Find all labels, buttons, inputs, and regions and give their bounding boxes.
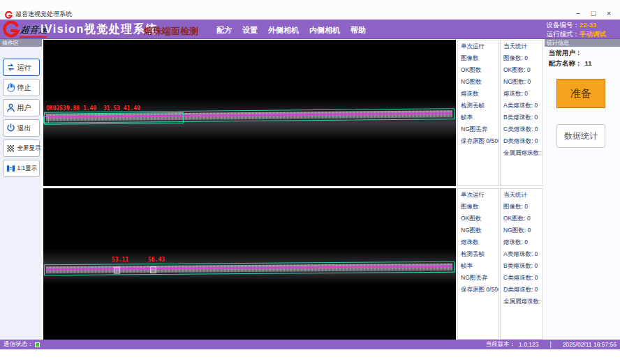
main-menu: 配方设置外侧相机内侧相机帮助: [216, 25, 366, 36]
stats-row: NG图数: 0: [503, 76, 542, 88]
app-title: IVision视觉处理系统: [40, 22, 158, 37]
stats-row: 图像数: [461, 201, 499, 213]
stats-row: 保存原图 0/500: [461, 284, 499, 296]
stats-row: D类熔珠数: 0: [503, 284, 542, 296]
stats-row: 图像数: [461, 52, 499, 64]
stats-row: OK图数: [461, 213, 499, 225]
stats-row: OK图数: [461, 64, 499, 76]
menu-item-recipe[interactable]: 配方: [216, 25, 232, 36]
stats-row: 熔珠数: 0: [503, 236, 542, 248]
app-subtitle: 熔珠端面检测: [144, 25, 198, 38]
sidebar-button-label: 停止: [17, 83, 31, 93]
recipe-name-row: 配方名称：11: [545, 57, 620, 68]
stats-column-title: 当天统计: [503, 43, 542, 51]
sidebar-button-stop[interactable]: 停止: [3, 79, 40, 96]
sidebar-button-exit[interactable]: 退出: [3, 119, 40, 137]
minimize-button[interactable]: −: [571, 8, 585, 19]
datetime: 2025/02/11 16:57:56: [563, 341, 617, 348]
version-label: 当前版本：: [486, 340, 516, 349]
hand-icon: [6, 82, 16, 93]
sidebar-title: 操作区: [0, 39, 42, 47]
stats-row: 帧率: [461, 260, 499, 272]
sidebar-button-label: 用户: [17, 103, 31, 113]
menu-item-settings[interactable]: 设置: [242, 25, 258, 36]
stats-row: C类熔珠数: 0: [503, 123, 542, 135]
stats-row: 检测丢帧: [461, 100, 499, 112]
inner-camera-view: 53.11 56.43: [43, 188, 456, 340]
detection-box: [44, 112, 184, 125]
close-button[interactable]: ×: [602, 8, 616, 19]
stats-row: 金属屑熔珠数: 0: [503, 147, 542, 159]
device-number-label: 设备编号：: [547, 20, 580, 29]
info-panel: 统计信息 当前用户： 配方名称：11 准备 数据统计: [545, 39, 620, 340]
menu-item-help[interactable]: 帮助: [350, 25, 366, 36]
restore-button[interactable]: □: [586, 8, 600, 19]
device-number-row: 设备编号： 22-33: [547, 20, 617, 29]
stats-row: 图像数: 0: [503, 52, 542, 64]
stats-row: D类熔珠数: 0: [503, 135, 542, 147]
comm-status-label: 通信状态：: [3, 340, 34, 349]
power-icon: [6, 123, 16, 133]
window-title: 超音速视觉处理系统: [15, 10, 72, 19]
stats-column-today: 当天统计图像数: 0OK图数: 0NG图数: 0熔珠数: 0A类熔珠数: 0B类…: [500, 40, 543, 186]
stats-section-1: 单次运行图像数OK图数NG图数熔珠数检测丢帧帧率NG图丢弃保存原图 0/500当…: [457, 40, 543, 186]
stats-row: NG图丢弃: [461, 123, 499, 135]
stats-row: 金属屑熔珠数: 0: [503, 296, 542, 308]
checker-grid-icon: [6, 143, 16, 153]
stats-row: 熔珠数: [461, 88, 499, 100]
stats-row: 熔珠数: 0: [503, 88, 542, 100]
run-mode-label: 运行模式：: [547, 29, 580, 38]
defect-box: [114, 266, 120, 273]
menu-item-inner-camera[interactable]: 内侧相机: [309, 25, 340, 36]
window-titlebar: 超音速视觉处理系统 − □ ×: [0, 0, 620, 20]
measurement-annotation: OK02539.88 1.49 31.53 41.49: [46, 105, 140, 112]
app-logo-icon: [5, 9, 13, 17]
current-user-label: 当前用户：: [549, 49, 582, 56]
stats-row: 帧率: [461, 112, 499, 123]
stats-row: B类熔珠数: 0: [503, 260, 542, 272]
sidebar-button-user[interactable]: 用户: [3, 99, 40, 116]
sidebar-button-label: 运行: [17, 63, 31, 73]
app-window: 超音速视觉处理系统 − □ × 超音速 IVision视觉处理系统 熔珠端面检测…: [0, 0, 620, 364]
sidebar-button-label: 全屏显示: [17, 144, 41, 153]
comm-status-indicator: [35, 342, 40, 347]
status-bar: 通信状态： 当前版本： 1.0.123 | 2025/02/11 16:57:5…: [0, 340, 620, 349]
prepare-button[interactable]: 准备: [556, 79, 605, 108]
stats-column-title: 当天统计: [503, 191, 542, 199]
stats-row: 图像数: 0: [503, 201, 542, 213]
detection-box: [43, 116, 49, 123]
one-to-one-icon: [6, 163, 16, 174]
stats-row: 熔珠数: [461, 236, 499, 248]
device-number-value: 22-33: [580, 20, 616, 29]
run-mode-row: 运行模式： 手动调试: [547, 29, 617, 38]
data-statistics-button[interactable]: 数据统计: [556, 124, 605, 148]
operation-sidebar: 操作区 运行停止用户退出全屏显示1:1显示: [0, 39, 42, 340]
status-bar-right: 当前版本： 1.0.123 | 2025/02/11 16:57:56: [486, 340, 617, 349]
app-header: 超音速 IVision视觉处理系统 熔珠端面检测 配方设置外侧相机内侧相机帮助 …: [0, 20, 620, 39]
stats-row: A类熔珠数: 0: [503, 100, 542, 112]
stats-column-today: 当天统计图像数: 0OK图数: 0NG图数: 0熔珠数: 0A类熔珠数: 0B类…: [500, 188, 543, 340]
sidebar-button-run[interactable]: 运行: [3, 59, 40, 76]
stats-section-2: 单次运行图像数OK图数NG图数熔珠数检测丢帧帧率NG图丢弃保存原图 0/500当…: [457, 188, 543, 340]
device-info: 设备编号： 22-33 运行模式： 手动调试: [547, 20, 617, 38]
stats-row: A类熔珠数: 0: [503, 248, 542, 260]
stats-column-single-run: 单次运行图像数OK图数NG图数熔珠数检测丢帧帧率NG图丢弃保存原图 0/500: [457, 40, 499, 186]
sidebar-button-one-to-one[interactable]: 1:1显示: [3, 160, 40, 177]
measurement-annotation: 53.11: [112, 257, 128, 263]
stats-row: NG图数: [461, 76, 499, 88]
version-value: 1.0.123: [519, 341, 538, 348]
stats-row: NG图数: 0: [503, 225, 542, 236]
sidebar-button-label: 退出: [17, 123, 31, 133]
brand-logo-icon: [3, 21, 20, 38]
person-icon: [6, 103, 16, 113]
menu-item-outer-camera[interactable]: 外侧相机: [268, 25, 299, 36]
stats-row: 检测丢帧: [461, 248, 499, 260]
measurement-annotation: 56.43: [148, 257, 165, 263]
stats-row: OK图数: 0: [503, 64, 542, 76]
cycle-arrows-icon: [6, 62, 16, 73]
sidebar-button-fullscreen[interactable]: 全屏显示: [3, 139, 40, 157]
stats-row: NG图丢弃: [461, 272, 499, 284]
window-controls: − □ ×: [571, 8, 616, 19]
defect-box: [150, 266, 156, 273]
outer-camera-view: OK02539.88 1.49 31.53 41.49: [43, 40, 456, 186]
